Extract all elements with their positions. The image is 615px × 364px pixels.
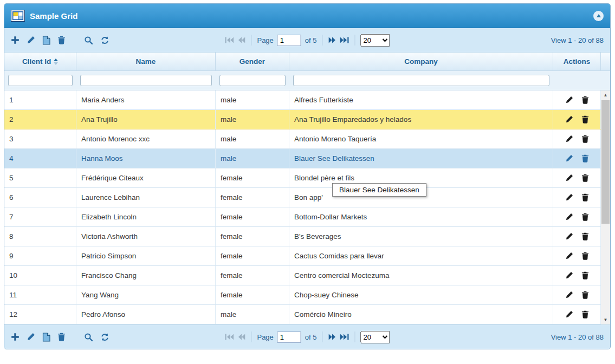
edit-button[interactable] bbox=[27, 36, 35, 44]
search-button[interactable] bbox=[84, 333, 93, 342]
page-input[interactable] bbox=[277, 35, 301, 46]
table-row[interactable]: 1 Maria Anders male Alfreds Futterkiste bbox=[4, 90, 601, 110]
table-row[interactable]: 8 Victoria Ashworth female B's Beverages bbox=[4, 227, 601, 246]
titlebar: Sample Grid bbox=[4, 4, 610, 28]
search-icon bbox=[84, 36, 93, 45]
view-button[interactable] bbox=[42, 36, 50, 45]
cell-name: Elizabeth Lincoln bbox=[76, 207, 216, 226]
filter-gender-input[interactable] bbox=[219, 75, 286, 86]
row-edit-icon[interactable] bbox=[565, 193, 573, 202]
row-edit-icon[interactable] bbox=[565, 115, 573, 123]
row-delete-icon[interactable] bbox=[581, 271, 589, 280]
column-header-name[interactable]: Name bbox=[76, 53, 216, 70]
page-size-select[interactable]: 20 bbox=[361, 34, 390, 47]
scrollbar-thumb[interactable] bbox=[601, 100, 610, 224]
refresh-button[interactable] bbox=[100, 333, 109, 342]
filter-name-input[interactable] bbox=[80, 75, 212, 86]
cell-client-id: 10 bbox=[4, 266, 76, 285]
cell-client-id: 3 bbox=[4, 129, 76, 148]
refresh-button[interactable] bbox=[100, 36, 109, 45]
filter-row bbox=[4, 71, 610, 90]
column-header-label: Name bbox=[136, 57, 156, 66]
row-edit-icon[interactable] bbox=[565, 154, 573, 162]
next-page-button[interactable] bbox=[328, 36, 336, 44]
next-page-button[interactable] bbox=[328, 333, 336, 341]
cell-client-id: 8 bbox=[4, 227, 76, 246]
trash-icon bbox=[57, 333, 66, 341]
page-input[interactable] bbox=[277, 332, 301, 343]
first-page-button[interactable] bbox=[224, 36, 234, 44]
search-button[interactable] bbox=[84, 36, 93, 45]
table-row[interactable]: 12 Pedro Afonso male Comércio Mineiro bbox=[4, 305, 601, 324]
row-delete-icon[interactable] bbox=[581, 252, 589, 260]
row-delete-icon[interactable] bbox=[581, 135, 589, 143]
row-delete-icon[interactable] bbox=[581, 154, 589, 162]
row-edit-icon[interactable] bbox=[565, 213, 573, 221]
scroll-down-button[interactable]: ▼ bbox=[601, 315, 610, 324]
row-delete-icon[interactable] bbox=[581, 193, 589, 202]
row-delete-icon[interactable] bbox=[581, 213, 589, 221]
add-button[interactable] bbox=[11, 36, 20, 44]
prev-page-button[interactable] bbox=[237, 36, 245, 44]
table-row[interactable]: 4 Hanna Moos male Blauer See Delikatesse… bbox=[4, 149, 601, 168]
cell-actions bbox=[553, 207, 601, 226]
cell-name: Hanna Moos bbox=[76, 149, 216, 168]
cell-actions bbox=[553, 266, 601, 285]
row-edit-icon[interactable] bbox=[565, 232, 573, 240]
view-button[interactable] bbox=[42, 333, 50, 342]
cell-company: Blauer See Delikatessen bbox=[289, 149, 553, 168]
row-edit-icon[interactable] bbox=[565, 271, 573, 280]
row-delete-icon[interactable] bbox=[581, 232, 589, 240]
delete-button[interactable] bbox=[57, 36, 66, 44]
pencil-icon bbox=[27, 333, 35, 341]
row-edit-icon[interactable] bbox=[565, 252, 573, 260]
cell-client-id: 11 bbox=[4, 285, 76, 304]
column-header-client-id[interactable]: Client Id bbox=[4, 53, 76, 70]
row-delete-icon[interactable] bbox=[581, 96, 589, 104]
cell-gender: male bbox=[216, 129, 289, 148]
cell-client-id: 2 bbox=[4, 110, 76, 129]
pencil-icon bbox=[27, 36, 35, 44]
cell-name: Ana Trujillo bbox=[76, 110, 216, 129]
table-row[interactable]: 6 Laurence Lebihan female Bon app' bbox=[4, 188, 601, 207]
last-page-button[interactable] bbox=[340, 333, 349, 341]
filter-client-id-input[interactable] bbox=[8, 75, 73, 86]
scroll-up-button[interactable]: ▲ bbox=[601, 90, 610, 100]
divider bbox=[355, 332, 355, 342]
edit-button[interactable] bbox=[27, 333, 35, 341]
page-size-select[interactable]: 20 bbox=[361, 331, 390, 343]
collapse-button[interactable] bbox=[593, 11, 604, 21]
scrollbar-track[interactable] bbox=[601, 100, 610, 315]
window-title: Sample Grid bbox=[30, 11, 77, 21]
row-edit-icon[interactable] bbox=[565, 96, 573, 104]
table-row[interactable]: 10 Francisco Chang female Centro comerci… bbox=[4, 266, 601, 285]
row-delete-icon[interactable] bbox=[581, 310, 589, 318]
row-delete-icon[interactable] bbox=[581, 291, 589, 299]
cell-gender: female bbox=[216, 207, 289, 226]
column-header-company[interactable]: Company bbox=[289, 53, 553, 70]
sort-icon bbox=[54, 58, 58, 65]
first-page-button[interactable] bbox=[224, 333, 234, 341]
delete-button[interactable] bbox=[57, 333, 66, 341]
prev-page-button[interactable] bbox=[237, 333, 245, 341]
column-header-gender[interactable]: Gender bbox=[216, 53, 289, 70]
table-row[interactable]: 2 Ana Trujillo male Ana Trujillo Empared… bbox=[4, 110, 601, 129]
filter-company-input[interactable] bbox=[293, 75, 549, 86]
table-row[interactable]: 9 Patricio Simpson female Cactus Comidas… bbox=[4, 246, 601, 266]
table-row[interactable]: 5 Frédérique Citeaux female Blondel père… bbox=[4, 168, 601, 188]
table-row[interactable]: 7 Elizabeth Lincoln female Bottom-Dollar… bbox=[4, 207, 601, 227]
row-delete-icon[interactable] bbox=[581, 115, 589, 123]
last-page-button[interactable] bbox=[340, 36, 349, 44]
cell-actions bbox=[553, 227, 601, 246]
divider bbox=[322, 35, 323, 46]
row-edit-icon[interactable] bbox=[565, 174, 573, 182]
cell-name: Victoria Ashworth bbox=[76, 227, 216, 246]
row-edit-icon[interactable] bbox=[565, 291, 573, 299]
row-delete-icon[interactable] bbox=[581, 174, 589, 182]
add-button[interactable] bbox=[11, 333, 20, 341]
table-row[interactable]: 3 Antonio Morenoc xxc male Antonio Moren… bbox=[4, 129, 601, 149]
cell-client-id: 1 bbox=[4, 90, 76, 109]
row-edit-icon[interactable] bbox=[565, 310, 573, 318]
table-row[interactable]: 11 Yang Wang female Chop-suey Chinese bbox=[4, 285, 601, 305]
row-edit-icon[interactable] bbox=[565, 135, 573, 143]
